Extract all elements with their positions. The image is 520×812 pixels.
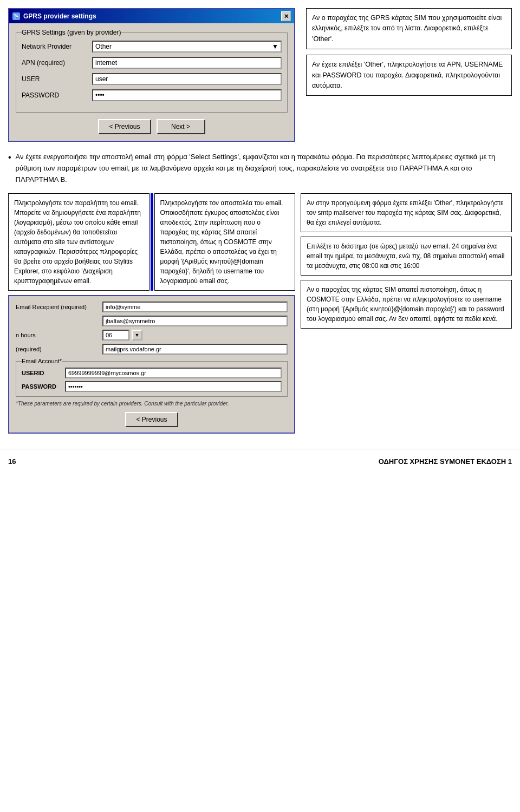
right-callout-2-text: Επιλέξτε το διάστημα (σε ώρες) μεταξύ τω… xyxy=(307,243,504,270)
email-recipient-input[interactable] xyxy=(102,302,288,312)
middle-text-content: Αν έχετε ενεργοποιήσει την αποστολή emai… xyxy=(16,152,512,185)
apn-label: APN (required) xyxy=(22,59,92,67)
apn-input[interactable] xyxy=(92,57,282,69)
bottom-right-callout-text: Αν ο παροχέας της κάρτας SIM απαιτεί πισ… xyxy=(307,286,504,323)
page-number: 16 xyxy=(8,457,16,466)
left-callout-2: Αν στην προηγούμενη φόρμα έχετε επιλέξει… xyxy=(301,193,512,232)
network-provider-select[interactable]: Other ▼ xyxy=(92,41,282,53)
hours-label: n hours xyxy=(16,332,102,338)
previous-button-1[interactable]: < Previous xyxy=(98,119,151,134)
account-password-input[interactable] xyxy=(65,381,282,392)
params-note: *These parameters are required by certai… xyxy=(16,400,288,408)
page-footer: 16 ΟΔΗΓΟΣ ΧΡΗΣΗΣ SYMONET ΕΚΔΟΣΗ 1 xyxy=(0,449,520,471)
account-password-label: PASSWORD xyxy=(22,383,65,390)
email-dialog[interactable]: Email Recepient (required) n hours ▼ xyxy=(8,295,295,434)
previous-button-2[interactable]: < Previous xyxy=(125,412,178,427)
callout-box-1: Αν ο παροχέας της GPRS κάρτας SIM που χρ… xyxy=(306,8,512,49)
right-callout-1-text: Πληκτρολογήστε τον αποστολέα του email. … xyxy=(160,199,283,285)
middle-bullet: • Αν έχετε ενεργοποιήσει την αποστολή em… xyxy=(0,147,520,191)
callout-text-2: Αν έχετε επιλέξει 'Other', πληκτρολογήστ… xyxy=(312,61,503,89)
dialog-icon: 📡 xyxy=(12,12,20,20)
close-button[interactable]: ✕ xyxy=(281,11,291,21)
password-label: PASSWORD xyxy=(22,91,92,99)
callout-text-1: Αν ο παροχέας της GPRS κάρτας SIM που χρ… xyxy=(312,14,502,43)
gprs-dialog[interactable]: 📡 GPRS provider settings ✕ GPRS Settings… xyxy=(8,8,295,142)
email-recipient-label: Email Recepient (required) xyxy=(16,304,102,310)
hours-input[interactable] xyxy=(102,330,129,340)
left-callout-1: Πληκτρολογήστε τον παραλήπτη του email. … xyxy=(8,193,150,291)
bullet-symbol: • xyxy=(8,152,11,185)
fieldset-legend: GPRS Settings (given by provider) xyxy=(22,29,121,36)
email-account-legend: Email Account* xyxy=(22,358,62,364)
right-side-callouts: Αν στην προηγούμενη φόρμα έχετε επιλέξει… xyxy=(301,193,512,329)
right-callout-2: Επιλέξτε το διάστημα (σε ώρες) μεταξύ τω… xyxy=(301,237,512,276)
user-input[interactable] xyxy=(92,73,282,85)
left-callout-2-text: Αν στην προηγούμενη φόρμα έχετε επιλέξει… xyxy=(307,199,503,226)
next-button-1[interactable]: Next > xyxy=(157,119,205,134)
callout-box-2: Αν έχετε επιλέξει 'Other', πληκτρολογήστ… xyxy=(306,55,512,96)
dialog-title: GPRS provider settings xyxy=(23,12,96,20)
network-provider-label: Network Provider xyxy=(22,43,92,50)
second-section: Πληκτρολογήστε τον παραλήπτη του email. … xyxy=(0,191,520,443)
hours-dropdown-btn[interactable]: ▼ xyxy=(132,330,142,340)
top-callouts: Αν ο παροχέας της GPRS κάρτας SIM που χρ… xyxy=(306,8,512,96)
left-callout-1-text: Πληκτρολογήστε τον παραλήπτη του email. … xyxy=(14,199,141,285)
userid-label: USERID xyxy=(22,370,65,376)
dialog-titlebar: 📡 GPRS provider settings ✕ xyxy=(9,9,294,23)
smtp-label: (required) xyxy=(16,346,102,352)
password-input[interactable] xyxy=(92,89,282,101)
email-from-input[interactable] xyxy=(102,316,288,326)
right-callout-1: Πληκτρολογήστε τον αποστολέα του email. … xyxy=(154,193,296,291)
blue-bar-1 xyxy=(151,193,153,291)
select-arrow-icon: ▼ xyxy=(272,43,278,50)
userid-input[interactable] xyxy=(65,368,282,378)
bottom-right-callout: Αν ο παροχέας της κάρτας SIM απαιτεί πισ… xyxy=(301,280,512,329)
smtp-input[interactable] xyxy=(102,344,288,355)
footer-title: ΟΔΗΓΟΣ ΧΡΗΣΗΣ SYMONET ΕΚΔΟΣΗ 1 xyxy=(379,457,512,466)
user-label: USER xyxy=(22,75,92,83)
